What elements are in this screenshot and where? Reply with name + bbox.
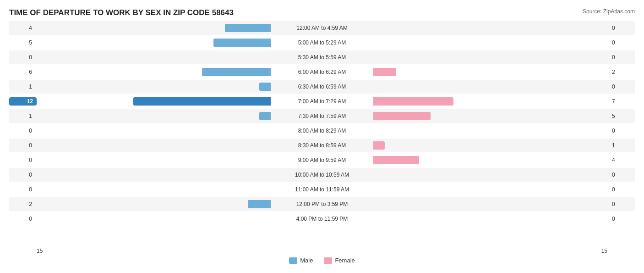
female-bar-container <box>372 139 607 152</box>
male-bar-container <box>37 36 272 50</box>
axis-bottom: 15 15 <box>9 246 635 254</box>
male-bar <box>133 97 271 106</box>
table-row: 5 5:00 AM to 5:29 AM 0 <box>9 36 635 50</box>
male-value: 2 <box>9 201 37 207</box>
male-value: 6 <box>9 69 37 75</box>
female-bar <box>373 156 419 164</box>
female-bar-container <box>372 183 607 196</box>
male-value: 1 <box>9 84 37 90</box>
female-value: 1 <box>607 142 635 149</box>
male-bar-container <box>37 80 272 94</box>
female-bar-container <box>372 80 607 94</box>
female-value: 0 <box>607 39 635 46</box>
time-label: 5:00 AM to 5:29 AM <box>272 39 372 46</box>
male-value: 12 <box>9 97 37 106</box>
time-label: 10:00 AM to 10:59 AM <box>272 172 372 178</box>
female-bar-container <box>372 124 607 138</box>
table-row: 0 10:00 AM to 10:59 AM 0 <box>9 168 635 182</box>
male-value: 0 <box>9 186 37 193</box>
female-bar-container <box>372 95 607 108</box>
chart-area: 4 12:00 AM to 4:59 AM 0 5 5:00 AM to 5:2… <box>9 21 635 246</box>
female-bar <box>373 97 453 106</box>
male-value: 1 <box>9 113 37 119</box>
axis-right-label: 15 <box>601 248 607 254</box>
female-bar-container <box>372 65 607 79</box>
time-label: 8:30 AM to 8:59 AM <box>272 142 372 149</box>
female-value: 0 <box>607 128 635 134</box>
table-row: 0 8:30 AM to 8:59 AM 1 <box>9 139 635 152</box>
female-bar-container <box>372 197 607 211</box>
male-bar-container <box>37 168 272 182</box>
legend-male-box <box>289 257 297 264</box>
table-row: 0 8:00 AM to 8:29 AM 0 <box>9 124 635 138</box>
male-value: 0 <box>9 54 37 61</box>
male-value: 0 <box>9 128 37 134</box>
male-bar-container <box>37 50 272 64</box>
male-value: 0 <box>9 216 37 222</box>
female-value: 0 <box>607 201 635 207</box>
time-label: 6:00 AM to 6:29 AM <box>272 69 372 75</box>
legend: Male Female <box>9 257 635 264</box>
male-value: 5 <box>9 39 37 46</box>
table-row: 0 11:00 AM to 11:59 AM 0 <box>9 183 635 196</box>
axis-left-label: 15 <box>37 248 43 254</box>
female-bar-container <box>372 50 607 64</box>
female-value: 0 <box>607 186 635 193</box>
legend-female: Female <box>324 257 355 264</box>
male-value: 0 <box>9 172 37 178</box>
female-value: 0 <box>607 84 635 90</box>
male-bar-container <box>37 212 272 226</box>
table-row: 0 5:30 AM to 5:59 AM 0 <box>9 50 635 64</box>
male-bar <box>259 112 271 120</box>
male-bar-container <box>37 197 272 211</box>
source-text: Source: ZipAtlas.com <box>583 8 635 15</box>
time-label: 7:00 AM to 7:29 AM <box>272 98 372 105</box>
legend-female-box <box>324 257 332 264</box>
female-bar <box>373 141 385 150</box>
male-bar <box>259 83 271 91</box>
female-value: 5 <box>607 113 635 119</box>
female-bar-container <box>372 153 607 167</box>
female-value: 4 <box>607 157 635 163</box>
male-value: 0 <box>9 142 37 149</box>
female-bar <box>373 68 396 76</box>
table-row: 2 12:00 PM to 3:59 PM 0 <box>9 197 635 211</box>
female-bar-container <box>372 168 607 182</box>
female-bar <box>373 112 431 120</box>
chart-container: TIME OF DEPARTURE TO WORK BY SEX IN ZIP … <box>0 0 644 273</box>
female-bar-container <box>372 109 607 123</box>
legend-female-label: Female <box>335 257 355 264</box>
time-label: 4:00 PM to 11:59 PM <box>272 216 372 222</box>
time-label: 6:30 AM to 6:59 AM <box>272 84 372 90</box>
male-bar <box>202 68 271 76</box>
female-value: 2 <box>607 69 635 75</box>
female-value: 0 <box>607 172 635 178</box>
legend-male: Male <box>289 257 313 264</box>
table-row: 4 12:00 AM to 4:59 AM 0 <box>9 21 635 35</box>
table-row: 1 6:30 AM to 6:59 AM 0 <box>9 80 635 94</box>
chart-title: TIME OF DEPARTURE TO WORK BY SEX IN ZIP … <box>9 8 635 17</box>
table-row: 0 9:00 AM to 9:59 AM 4 <box>9 153 635 167</box>
male-bar-container <box>37 65 272 79</box>
table-row: 12 7:00 AM to 7:29 AM 7 <box>9 95 635 108</box>
female-value: 7 <box>607 98 635 105</box>
male-bar-container <box>37 124 272 138</box>
female-bar-container <box>372 212 607 226</box>
female-bar-container <box>372 21 607 35</box>
time-label: 8:00 AM to 8:29 AM <box>272 128 372 134</box>
female-value: 0 <box>607 25 635 31</box>
time-label: 7:30 AM to 7:59 AM <box>272 113 372 119</box>
female-value: 0 <box>607 54 635 61</box>
female-bar-container <box>372 36 607 50</box>
male-bar <box>213 39 271 47</box>
time-label: 9:00 AM to 9:59 AM <box>272 157 372 163</box>
table-row: 1 7:30 AM to 7:59 AM 5 <box>9 109 635 123</box>
table-row: 0 4:00 PM to 11:59 PM 0 <box>9 212 635 226</box>
male-bar-container <box>37 153 272 167</box>
time-label: 11:00 AM to 11:59 AM <box>272 186 372 193</box>
time-label: 5:30 AM to 5:59 AM <box>272 54 372 61</box>
male-bar <box>225 24 271 32</box>
male-bar-container <box>37 139 272 152</box>
legend-male-label: Male <box>300 257 313 264</box>
table-row: 6 6:00 AM to 6:29 AM 2 <box>9 65 635 79</box>
